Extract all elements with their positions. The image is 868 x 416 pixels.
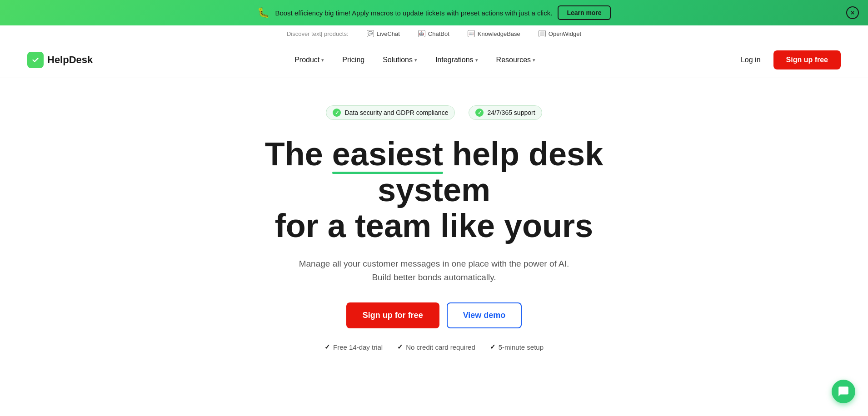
hero-headline: The easiest help desk system for a team … — [229, 136, 639, 244]
subnav-knowledgebase[interactable]: 📖 KnowledgeBase — [468, 30, 520, 37]
footnote-trial: ✓ Free 14-day trial — [324, 343, 383, 351]
check-icon: ✓ — [490, 343, 496, 351]
footnote-no-card: ✓ No credit card required — [397, 343, 475, 351]
nav-solutions[interactable]: Solutions ▾ — [375, 52, 424, 68]
chat-icon — [838, 386, 849, 387]
cta-signup-button[interactable]: Sign up for free — [346, 302, 439, 328]
subnav-livechat[interactable]: 💬 LiveChat — [367, 30, 400, 37]
hero-subheadline: Manage all your customer messages in one… — [298, 257, 570, 285]
hero-footnotes: ✓ Free 14-day trial ✓ No credit card req… — [9, 343, 859, 351]
nav-product[interactable]: Product ▾ — [287, 52, 331, 68]
nav-integrations-label: Integrations — [435, 56, 474, 64]
support-badge: ✓ 24/7/365 support — [469, 105, 542, 120]
nav-actions: Log in Sign up free — [737, 50, 841, 69]
headline-part1: The — [265, 136, 332, 172]
subnav-chatbot[interactable]: 🤖 ChatBot — [418, 30, 449, 37]
subnav-livechat-label: LiveChat — [377, 30, 400, 37]
logo-icon — [27, 52, 44, 68]
subnav-knowledgebase-label: KnowledgeBase — [478, 30, 520, 37]
close-banner-button[interactable]: × — [846, 6, 859, 19]
nav-pricing[interactable]: Pricing — [335, 52, 372, 68]
hero-cta: Sign up for free View demo — [9, 302, 859, 328]
headline-line2: for a team like yours — [275, 208, 593, 244]
learn-more-button[interactable]: Learn more — [558, 5, 610, 20]
security-badge-text: Data security and GDPR compliance — [344, 109, 448, 116]
check-icon: ✓ — [475, 109, 484, 117]
chatbot-icon: 🤖 — [418, 30, 425, 37]
nav-pricing-label: Pricing — [342, 56, 364, 64]
footnote-setup: ✓ 5-minute setup — [490, 343, 544, 351]
subnav-openwidget[interactable]: ⬜ OpenWidget — [539, 30, 581, 37]
footnote-trial-text: Free 14-day trial — [333, 343, 383, 351]
openwidget-icon: ⬜ — [539, 30, 546, 37]
logo[interactable]: HelpDesk — [27, 52, 93, 68]
banner-text: Boost efficiency big time! Apply macros … — [275, 9, 552, 17]
subnav-openwidget-label: OpenWidget — [549, 30, 581, 37]
livechat-icon: 💬 — [367, 30, 374, 37]
chevron-down-icon: ▾ — [414, 57, 417, 63]
chevron-down-icon: ▾ — [475, 57, 478, 63]
nav-solutions-label: Solutions — [383, 56, 413, 64]
subnav-chatbot-label: ChatBot — [428, 30, 449, 37]
check-icon: ✓ — [324, 343, 330, 351]
footnote-no-card-text: No credit card required — [406, 343, 475, 351]
bug-icon: 🐛 — [257, 7, 269, 19]
nav-resources-label: Resources — [496, 56, 531, 64]
announcement-banner: 🐛 Boost efficiency big time! Apply macro… — [0, 0, 868, 25]
login-button[interactable]: Log in — [737, 52, 764, 68]
subnav-discover-label: Discover text| products: — [287, 30, 349, 37]
logo-checkmark-icon — [30, 55, 40, 65]
security-badge: ✓ Data security and GDPR compliance — [326, 105, 455, 120]
cta-demo-button[interactable]: View demo — [447, 302, 522, 328]
check-icon: ✓ — [397, 343, 403, 351]
hero-section: ✓ Data security and GDPR compliance ✓ 24… — [0, 78, 868, 387]
support-badge-text: 24/7/365 support — [487, 109, 535, 116]
trust-badges: ✓ Data security and GDPR compliance ✓ 24… — [9, 105, 859, 120]
nav-resources[interactable]: Resources ▾ — [489, 52, 543, 68]
headline-underlined: easiest — [332, 136, 443, 172]
chevron-down-icon: ▾ — [533, 57, 535, 63]
nav-integrations[interactable]: Integrations ▾ — [428, 52, 485, 68]
chevron-down-icon: ▾ — [321, 57, 324, 63]
signup-button[interactable]: Sign up free — [773, 50, 841, 69]
nav-links: Product ▾ Pricing Solutions ▾ Integratio… — [287, 52, 543, 68]
product-subnav: Discover text| products: 💬 LiveChat 🤖 Ch… — [0, 25, 868, 42]
main-nav: HelpDesk Product ▾ Pricing Solutions ▾ I… — [0, 42, 868, 78]
knowledgebase-icon: 📖 — [468, 30, 475, 37]
footnote-setup-text: 5-minute setup — [499, 343, 544, 351]
check-icon: ✓ — [333, 109, 341, 117]
nav-product-label: Product — [294, 56, 319, 64]
logo-text: HelpDesk — [47, 54, 93, 66]
